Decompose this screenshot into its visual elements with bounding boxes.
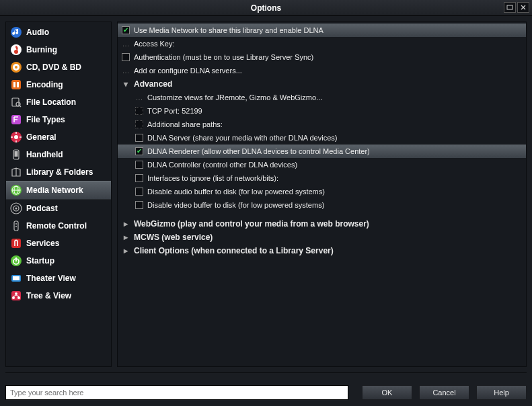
option-row[interactable]: …Add or configure DLNA servers... [118, 64, 526, 77]
sidebar-item-startup[interactable]: Startup [6, 252, 111, 270]
maximize-icon [506, 5, 513, 10]
svg-point-42 [12, 296, 15, 299]
option-group[interactable]: ▾Advanced [118, 77, 526, 91]
bottom-bar: OK Cancel Help [5, 384, 527, 401]
option-row[interactable]: Disable video buffer to disk (for low po… [118, 198, 526, 212]
sidebar-item-burning[interactable]: Burning [6, 41, 111, 58]
option-group[interactable]: ▸MCWS (web service) [118, 231, 526, 244]
chevron-right-icon[interactable]: ▸ [122, 233, 130, 241]
network-icon [10, 184, 22, 196]
checkbox[interactable] [135, 161, 143, 169]
option-row[interactable]: Authentication (must be on to use Librar… [118, 50, 526, 64]
sidebar-item-filetypes[interactable]: File Types [6, 111, 111, 128]
option-label: DLNA Server (share your media with other… [147, 134, 337, 142]
sidebar-item-label: Podcast [26, 204, 58, 213]
chevron-right-icon[interactable]: ▸ [122, 247, 130, 255]
sidebar-item-label: Encoding [26, 80, 63, 89]
option-row[interactable]: Additional share paths: [118, 118, 526, 131]
help-button[interactable]: Help [476, 385, 527, 400]
sidebar-item-tree[interactable]: Tree & View [6, 287, 111, 304]
option-label: Use Media Network to share this library … [134, 26, 324, 34]
podcast-icon [10, 202, 22, 214]
option-group[interactable]: ▸Client Options (when connected to a Lib… [118, 244, 526, 257]
handheld-icon [10, 149, 22, 161]
sidebar-item-services[interactable]: Services [6, 235, 111, 252]
theater-icon [10, 272, 22, 284]
checkbox[interactable]: ✔ [135, 147, 143, 155]
svg-line-14 [20, 106, 21, 107]
cancel-button[interactable]: Cancel [419, 385, 469, 400]
option-row[interactable]: Interfaces to ignore (list of network/bi… [118, 171, 526, 185]
tree-icon [10, 290, 22, 302]
checkbox[interactable] [135, 188, 143, 196]
sidebar-item-label: Handheld [26, 150, 63, 159]
option-row[interactable]: ✔Use Media Network to share this library… [118, 24, 526, 37]
checkbox[interactable]: ✔ [122, 26, 130, 34]
checkbox[interactable] [135, 134, 143, 142]
search-input[interactable] [5, 385, 348, 400]
option-row[interactable]: …Customize views for JRemote, Gizmo & We… [118, 91, 526, 104]
svg-point-30 [15, 208, 17, 210]
svg-rect-0 [507, 5, 512, 9]
close-button[interactable] [517, 2, 529, 13]
option-label: WebGizmo (play and control your media fr… [134, 219, 369, 229]
option-row[interactable]: Disable audio buffer to disk (for low po… [118, 185, 526, 198]
encoding-icon [10, 79, 22, 91]
sidebar-item-remote[interactable]: Remote Control [6, 217, 111, 235]
svg-point-43 [17, 296, 20, 299]
option-label: MCWS (web service) [134, 233, 213, 242]
svg-rect-11 [17, 82, 19, 87]
sidebar-item-network[interactable]: Media Network [6, 181, 111, 200]
sidebar-item-library[interactable]: Library & Folders [6, 163, 111, 181]
option-label: Authentication (must be on to use Librar… [134, 53, 313, 61]
option-row[interactable]: …Access Key: [118, 37, 526, 50]
sidebar-item-label: Media Network [26, 186, 83, 195]
sidebar-item-general[interactable]: General [6, 128, 111, 146]
sidebar-item-filelocation[interactable]: File Location [6, 93, 111, 111]
sidebar-item-disc[interactable]: CD, DVD & BD [6, 58, 111, 76]
sidebar-item-audio[interactable]: Audio [6, 24, 111, 41]
svg-point-33 [15, 226, 17, 227]
option-row[interactable]: TCP Port: 52199 [118, 104, 526, 118]
sidebar-item-label: File Location [26, 97, 76, 107]
field-box-icon [135, 120, 143, 128]
sidebar-item-handheld[interactable]: Handheld [6, 146, 111, 163]
checkbox[interactable] [135, 174, 143, 182]
svg-point-41 [15, 292, 17, 295]
option-label: Client Options (when connected to a Libr… [134, 246, 334, 255]
field-box-icon [135, 107, 143, 115]
svg-rect-10 [13, 82, 15, 87]
checkbox[interactable] [135, 201, 143, 209]
svg-rect-23 [15, 151, 18, 157]
ellipsis-icon: … [122, 67, 130, 75]
option-label: Advanced [134, 79, 172, 89]
option-label: Disable audio buffer to disk (for low po… [147, 188, 325, 196]
option-group[interactable]: ▸WebGizmo (play and control your media f… [118, 217, 526, 231]
option-label: Additional share paths: [147, 120, 223, 128]
main-area: AudioBurningCD, DVD & BDEncodingFile Loc… [0, 16, 532, 372]
checkbox[interactable] [122, 53, 130, 61]
general-icon [10, 131, 22, 143]
sidebar-item-label: Services [26, 239, 59, 248]
sidebar-item-label: General [26, 132, 56, 142]
option-row[interactable]: DLNA Controller (control other DLNA devi… [118, 158, 526, 171]
sidebar-item-label: Tree & View [26, 291, 71, 300]
sidebar: AudioBurningCD, DVD & BDEncodingFile Loc… [5, 22, 112, 367]
option-row[interactable]: DLNA Server (share your media with other… [118, 131, 526, 145]
chevron-right-icon[interactable]: ▸ [122, 220, 130, 228]
chevron-down-icon[interactable]: ▾ [122, 80, 130, 88]
sidebar-item-theater[interactable]: Theater View [6, 270, 111, 287]
ok-button[interactable]: OK [362, 385, 412, 400]
sidebar-item-label: File Types [26, 115, 65, 124]
sidebar-item-label: CD, DVD & BD [26, 63, 81, 72]
close-icon [520, 5, 527, 10]
disc-icon [10, 61, 22, 73]
option-row[interactable]: ✔DLNA Renderer (allow other DLNA devices… [118, 145, 526, 158]
sidebar-item-podcast[interactable]: Podcast [6, 200, 111, 217]
sidebar-item-encoding[interactable]: Encoding [6, 76, 111, 93]
svg-point-17 [14, 135, 18, 139]
titlebar: Options [0, 0, 532, 16]
filelocation-icon [10, 96, 22, 108]
maximize-button[interactable] [504, 2, 516, 13]
svg-rect-9 [11, 80, 21, 89]
